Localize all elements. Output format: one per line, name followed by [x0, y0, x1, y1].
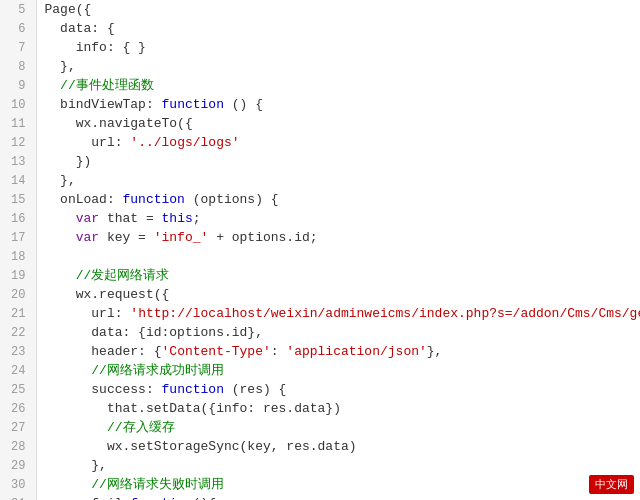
line-number: 29 [0, 456, 36, 475]
line-number: 16 [0, 209, 36, 228]
line-content: //网络请求失败时调用 [36, 475, 640, 494]
line-content: url: '../logs/logs' [36, 133, 640, 152]
line-number: 11 [0, 114, 36, 133]
code-text: that.setData({info: res.data}) [45, 401, 341, 416]
table-row: 26 that.setData({info: res.data}) [0, 399, 640, 418]
table-row: 19 //发起网络请求 [0, 266, 640, 285]
line-number: 5 [0, 0, 36, 19]
code-text: that = [99, 211, 161, 226]
line-number: 23 [0, 342, 36, 361]
table-row: 20 wx.request({ [0, 285, 640, 304]
code-text: () { [224, 97, 263, 112]
code-text: fail: [45, 496, 131, 500]
line-content: bindViewTap: function () { [36, 95, 640, 114]
code-text: data: { [45, 21, 115, 36]
line-number: 10 [0, 95, 36, 114]
line-content: url: 'http://localhost/weixin/adminweicm… [36, 304, 640, 323]
keyword: function [162, 382, 224, 397]
line-number: 6 [0, 19, 36, 38]
line-number: 7 [0, 38, 36, 57]
string-literal: '../logs/logs' [130, 135, 239, 150]
line-number: 30 [0, 475, 36, 494]
line-content: }, [36, 456, 640, 475]
table-row: 28 wx.setStorageSync(key, res.data) [0, 437, 640, 456]
table-row: 21 url: 'http://localhost/weixin/adminwe… [0, 304, 640, 323]
keyword: this [162, 211, 193, 226]
table-row: 31 fail:function(){ [0, 494, 640, 500]
logo-badge: 中文网 [589, 475, 634, 494]
table-row: 12 url: '../logs/logs' [0, 133, 640, 152]
code-container: 5Page({6 data: {7 info: { }8 },9 //事件处理函… [0, 0, 640, 500]
line-content: info: { } [36, 38, 640, 57]
table-row: 27 //存入缓存 [0, 418, 640, 437]
table-row: 10 bindViewTap: function () { [0, 95, 640, 114]
line-number: 19 [0, 266, 36, 285]
code-text: }) [45, 154, 92, 169]
line-number: 28 [0, 437, 36, 456]
line-content: wx.navigateTo({ [36, 114, 640, 133]
line-content: Page({ [36, 0, 640, 19]
line-number: 17 [0, 228, 36, 247]
code-text: url: [45, 306, 131, 321]
line-content: data: {id:options.id}, [36, 323, 640, 342]
string-literal: 'application/json' [286, 344, 426, 359]
table-row: 15 onLoad: function (options) { [0, 190, 640, 209]
line-number: 22 [0, 323, 36, 342]
keyword: function [123, 192, 185, 207]
table-row: 16 var that = this; [0, 209, 640, 228]
code-text: Page({ [45, 2, 92, 17]
keyword-var: var [45, 230, 100, 245]
line-content: data: { [36, 19, 640, 38]
line-number: 13 [0, 152, 36, 171]
table-row: 9 //事件处理函数 [0, 76, 640, 95]
comment: //发起网络请求 [45, 268, 170, 283]
code-text: + options.id; [208, 230, 317, 245]
code-text: (res) { [224, 382, 286, 397]
string-literal: 'http://localhost/weixin/adminweicms/ind… [130, 306, 640, 321]
line-content: }) [36, 152, 640, 171]
line-number: 20 [0, 285, 36, 304]
code-text: key = [99, 230, 154, 245]
table-row: 8 }, [0, 57, 640, 76]
line-number: 12 [0, 133, 36, 152]
table-row: 17 var key = 'info_' + options.id; [0, 228, 640, 247]
table-row: 30 //网络请求失败时调用 [0, 475, 640, 494]
line-content: that.setData({info: res.data}) [36, 399, 640, 418]
keyword: function [130, 496, 192, 500]
line-content: //事件处理函数 [36, 76, 640, 95]
code-text: : [271, 344, 287, 359]
line-content: success: function (res) { [36, 380, 640, 399]
line-content: //发起网络请求 [36, 266, 640, 285]
comment: //存入缓存 [45, 420, 175, 435]
line-number: 18 [0, 247, 36, 266]
string-literal: 'info_' [154, 230, 209, 245]
line-number: 9 [0, 76, 36, 95]
comment: //网络请求失败时调用 [45, 477, 224, 492]
code-table: 5Page({6 data: {7 info: { }8 },9 //事件处理函… [0, 0, 640, 500]
table-row: 29 }, [0, 456, 640, 475]
table-row: 14 }, [0, 171, 640, 190]
code-text: wx.request({ [45, 287, 170, 302]
line-content: wx.setStorageSync(key, res.data) [36, 437, 640, 456]
line-content: fail:function(){ [36, 494, 640, 500]
code-text: bindViewTap: [45, 97, 162, 112]
keyword: function [162, 97, 224, 112]
table-row: 13 }) [0, 152, 640, 171]
table-row: 7 info: { } [0, 38, 640, 57]
line-content [36, 247, 640, 266]
line-content: var that = this; [36, 209, 640, 228]
code-text: wx.navigateTo({ [45, 116, 193, 131]
line-content: //存入缓存 [36, 418, 640, 437]
line-number: 26 [0, 399, 36, 418]
code-text: }, [45, 458, 107, 473]
code-text: ; [193, 211, 201, 226]
code-text: wx.setStorageSync(key, res.data) [45, 439, 357, 454]
line-number: 8 [0, 57, 36, 76]
code-text: (options) { [185, 192, 279, 207]
code-text: onLoad: [45, 192, 123, 207]
comment: //事件处理函数 [45, 78, 154, 93]
keyword-var: var [45, 211, 100, 226]
line-content: //网络请求成功时调用 [36, 361, 640, 380]
table-row: 25 success: function (res) { [0, 380, 640, 399]
comment: //网络请求成功时调用 [45, 363, 224, 378]
